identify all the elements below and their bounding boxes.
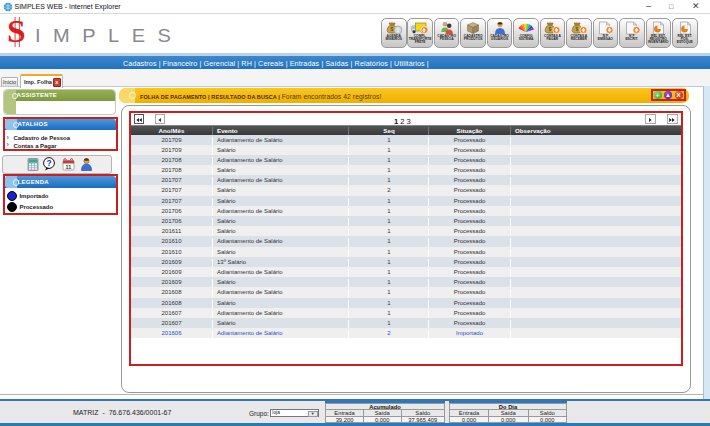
svg-text:$: $ <box>549 26 552 32</box>
svg-text:11: 11 <box>66 163 72 169</box>
svg-text:?: ? <box>46 158 51 168</box>
svg-text:$: $ <box>390 26 393 32</box>
svg-text:$: $ <box>575 26 578 32</box>
